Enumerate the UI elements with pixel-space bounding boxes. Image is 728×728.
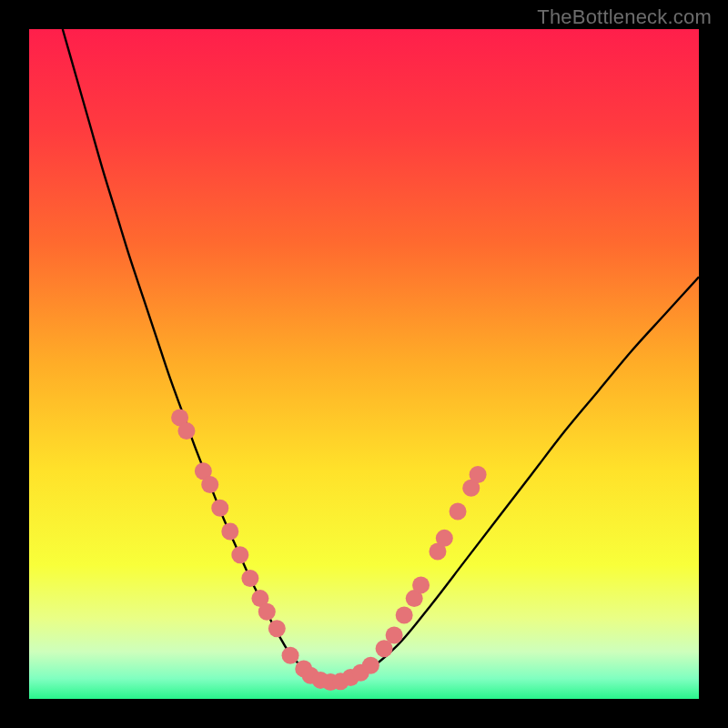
marker-dot: [412, 576, 430, 593]
marker-dot: [201, 476, 218, 493]
marker-dots: [171, 409, 487, 691]
marker-dot: [221, 523, 238, 541]
plot-area: [29, 29, 699, 699]
watermark-text: TheBottleneck.com: [537, 5, 712, 29]
marker-dot: [241, 570, 258, 587]
marker-dot: [231, 546, 248, 563]
marker-dot: [211, 500, 228, 517]
marker-dot: [436, 530, 453, 547]
marker-dot: [362, 657, 379, 674]
marker-dot: [282, 647, 299, 664]
marker-dot: [268, 620, 286, 637]
marker-dot: [386, 627, 403, 644]
marker-dot: [396, 607, 413, 624]
marker-dot: [470, 466, 487, 483]
chart-frame: TheBottleneck.com: [0, 0, 728, 728]
marker-dot: [177, 422, 195, 440]
curve-layer: [29, 29, 699, 699]
marker-dot: [450, 502, 467, 520]
marker-dot: [258, 603, 276, 621]
bottleneck-curve: [63, 29, 699, 682]
